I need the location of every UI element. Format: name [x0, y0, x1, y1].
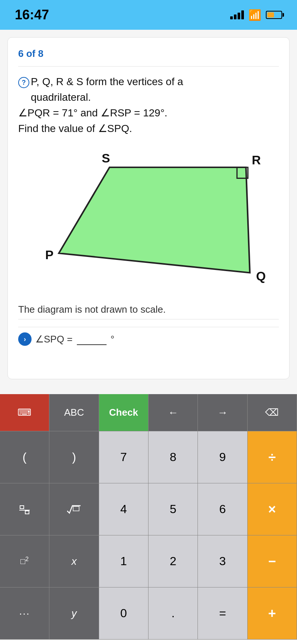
keyboard-area: ⌨ ABC Check ← → ⌫ ( ) 7 8 9 ÷: [0, 394, 297, 640]
answer-input-display[interactable]: [77, 333, 107, 345]
divider-bottom: [18, 319, 279, 319]
keyboard-icon: ⌨: [17, 407, 32, 418]
key-add[interactable]: +: [248, 587, 297, 640]
key-y-var[interactable]: y: [49, 587, 99, 640]
svg-rect-6: [20, 506, 24, 509]
status-icons: 📶: [230, 9, 282, 21]
svg-text:S: S: [102, 151, 110, 165]
key-x-var[interactable]: x: [49, 535, 99, 587]
backspace-icon: ⌫: [265, 407, 279, 418]
wifi-icon: 📶: [248, 9, 261, 21]
check-button[interactable]: Check: [99, 394, 148, 431]
abc-button[interactable]: ABC: [49, 394, 99, 431]
key-equals[interactable]: =: [198, 587, 247, 640]
key-decimal[interactable]: .: [148, 587, 198, 640]
keyboard-row-2: 4 5 6 ×: [0, 483, 297, 535]
question-text: ?P, Q, R & S form the vertices of a quad…: [18, 74, 279, 136]
keyboard-row-3: □2 x 1 2 3 −: [0, 535, 297, 587]
answer-hint-text: ∠SPQ = °: [35, 333, 114, 345]
svg-text:R: R: [252, 153, 261, 167]
geometry-diagram: P S R Q: [18, 144, 279, 300]
key-close-paren[interactable]: ): [49, 431, 99, 483]
status-time: 16:47: [15, 7, 49, 23]
key-9[interactable]: 9: [198, 431, 247, 483]
key-8[interactable]: 8: [148, 431, 198, 483]
left-arrow-button[interactable]: ←: [148, 394, 198, 431]
key-4[interactable]: 4: [99, 483, 148, 535]
divider-top: [18, 66, 279, 67]
question-help-icon[interactable]: ?: [18, 77, 29, 88]
keyboard-toggle-button[interactable]: ⌨: [0, 394, 49, 431]
svg-marker-0: [59, 167, 250, 273]
key-divide[interactable]: ÷: [248, 431, 297, 483]
battery-icon: [266, 11, 282, 19]
key-0[interactable]: 0: [99, 587, 148, 640]
content-area: 6 of 8 ?P, Q, R & S form the vertices of…: [0, 30, 297, 394]
key-power[interactable]: □2: [0, 535, 49, 587]
key-multiply[interactable]: ×: [248, 483, 297, 535]
answer-area: › ∠SPQ = °: [18, 327, 279, 346]
svg-text:P: P: [45, 248, 53, 262]
question-card: 6 of 8 ?P, Q, R & S form the vertices of…: [7, 37, 290, 379]
backspace-button[interactable]: ⌫: [248, 394, 297, 431]
signal-bars-icon: [230, 10, 244, 19]
key-2[interactable]: 2: [148, 535, 198, 587]
status-bar: 16:47 📶: [0, 0, 297, 30]
key-7[interactable]: 7: [99, 431, 148, 483]
bottom-bar: 🔒 hegartymaths.com: [0, 640, 297, 644]
key-more[interactable]: ···: [0, 587, 49, 640]
svg-text:Q: Q: [256, 270, 266, 283]
answer-step-icon: ›: [18, 332, 32, 346]
key-5[interactable]: 5: [148, 483, 198, 535]
svg-rect-8: [25, 511, 29, 514]
svg-rect-9: [73, 506, 79, 511]
keyboard-row-1: ( ) 7 8 9 ÷: [0, 431, 297, 483]
keyboard-row-4: ··· y 0 . = +: [0, 587, 297, 640]
right-arrow-button[interactable]: →: [198, 394, 247, 431]
key-1[interactable]: 1: [99, 535, 148, 587]
key-3[interactable]: 3: [198, 535, 247, 587]
key-subtract[interactable]: −: [248, 535, 297, 587]
diagram-note: The diagram is not drawn to scale.: [18, 304, 279, 315]
keyboard-top-row: ⌨ ABC Check ← → ⌫: [0, 394, 297, 431]
key-fraction[interactable]: [0, 483, 49, 535]
key-open-paren[interactable]: (: [0, 431, 49, 483]
key-6[interactable]: 6: [198, 483, 247, 535]
key-sqrt[interactable]: [49, 483, 99, 535]
progress-label: 6 of 8: [18, 48, 279, 59]
